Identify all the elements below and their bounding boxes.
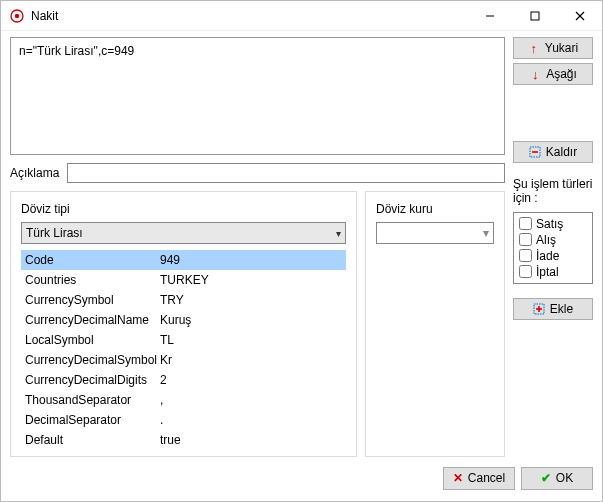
transaction-checkbox[interactable]	[519, 233, 532, 246]
property-row[interactable]: DecimalSeparator.	[21, 410, 346, 430]
kaldir-button[interactable]: Kaldır	[513, 141, 593, 163]
property-row[interactable]: LocalSymbolTL	[21, 330, 346, 350]
remove-icon	[529, 146, 541, 158]
arrow-up-icon: ↑	[528, 42, 540, 54]
property-value: 949	[160, 253, 180, 267]
asagi-label: Aşağı	[546, 67, 577, 81]
doviz-kuru-label: Döviz kuru	[376, 202, 494, 216]
property-row[interactable]: ThousandSeparator,	[21, 390, 346, 410]
arrow-down-icon: ↓	[529, 68, 541, 80]
islem-turleri-label: Şu işlem türleri için :	[513, 177, 593, 206]
property-value: .	[160, 413, 163, 427]
svg-point-1	[15, 13, 19, 17]
cancel-label: Cancel	[468, 471, 505, 485]
transaction-checkbox[interactable]	[519, 249, 532, 262]
minimize-button[interactable]	[467, 1, 512, 30]
yukari-label: Yukari	[545, 41, 578, 55]
transaction-label: Satış	[536, 217, 563, 231]
main-textarea[interactable]	[10, 37, 505, 155]
property-grid: Code949CountriesTURKEYCurrencySymbolTRYC…	[21, 250, 346, 450]
property-value: TRY	[160, 293, 184, 307]
rate-combo[interactable]: ▾	[376, 222, 494, 244]
aciklama-label: Açıklama	[10, 166, 59, 180]
transaction-checkbox[interactable]	[519, 265, 532, 278]
property-key: DecimalSeparator	[25, 413, 160, 427]
property-value: TURKEY	[160, 273, 209, 287]
property-key: Default	[25, 433, 160, 447]
property-row[interactable]: Code949	[21, 250, 346, 270]
property-key: CurrencySymbol	[25, 293, 160, 307]
window-title: Nakit	[31, 9, 467, 23]
ekle-button[interactable]: Ekle	[513, 298, 593, 320]
currency-combo-value: Türk Lirası	[26, 226, 83, 240]
property-key: CurrencyDecimalDigits	[25, 373, 160, 387]
yukari-button[interactable]: ↑ Yukari	[513, 37, 593, 59]
transaction-label: İptal	[536, 265, 559, 279]
transaction-type-row[interactable]: Alış	[519, 233, 587, 247]
transaction-types-group: SatışAlışİadeİptal	[513, 212, 593, 284]
ekle-label: Ekle	[550, 302, 573, 316]
footer: ✕ Cancel ✔ OK	[1, 461, 602, 495]
ok-icon: ✔	[541, 471, 551, 485]
transaction-type-row[interactable]: Satış	[519, 217, 587, 231]
transaction-type-row[interactable]: İade	[519, 249, 587, 263]
add-icon	[533, 303, 545, 315]
transaction-label: Alış	[536, 233, 556, 247]
kaldir-label: Kaldır	[546, 145, 577, 159]
svg-rect-3	[531, 12, 539, 20]
asagi-button[interactable]: ↓ Aşağı	[513, 63, 593, 85]
aciklama-input[interactable]	[67, 163, 505, 183]
property-key: CurrencyDecimalSymbol	[25, 353, 160, 367]
property-value: Kuruş	[160, 313, 191, 327]
property-row[interactable]: CurrencyDecimalSymbolKr	[21, 350, 346, 370]
property-row[interactable]: CurrencyDecimalDigits2	[21, 370, 346, 390]
chevron-down-icon: ▾	[336, 228, 341, 239]
chevron-down-icon: ▾	[483, 226, 489, 240]
cancel-icon: ✕	[453, 471, 463, 485]
property-key: Countries	[25, 273, 160, 287]
property-row[interactable]: CurrencySymbolTRY	[21, 290, 346, 310]
property-key: CurrencyDecimalName	[25, 313, 160, 327]
property-value: ,	[160, 393, 163, 407]
maximize-button[interactable]	[512, 1, 557, 30]
property-key: ThousandSeparator	[25, 393, 160, 407]
app-icon	[10, 9, 24, 23]
titlebar: Nakit	[1, 1, 602, 31]
property-value: 2	[160, 373, 167, 387]
property-value: TL	[160, 333, 174, 347]
property-row[interactable]: Defaulttrue	[21, 430, 346, 450]
property-key: Code	[25, 253, 160, 267]
property-key: LocalSymbol	[25, 333, 160, 347]
currency-combo[interactable]: Türk Lirası ▾	[21, 222, 346, 244]
property-row[interactable]: CountriesTURKEY	[21, 270, 346, 290]
transaction-label: İade	[536, 249, 559, 263]
doviz-tipi-label: Döviz tipi	[21, 202, 346, 216]
property-value: true	[160, 433, 181, 447]
close-button[interactable]	[557, 1, 602, 30]
property-value: Kr	[160, 353, 172, 367]
rate-panel: Döviz kuru ▾	[365, 191, 505, 457]
ok-label: OK	[556, 471, 573, 485]
transaction-type-row[interactable]: İptal	[519, 265, 587, 279]
currency-panel: Döviz tipi Türk Lirası ▾ Code949Countrie…	[10, 191, 357, 457]
ok-button[interactable]: ✔ OK	[521, 467, 593, 490]
transaction-checkbox[interactable]	[519, 217, 532, 230]
property-row[interactable]: CurrencyDecimalNameKuruş	[21, 310, 346, 330]
cancel-button[interactable]: ✕ Cancel	[443, 467, 515, 490]
